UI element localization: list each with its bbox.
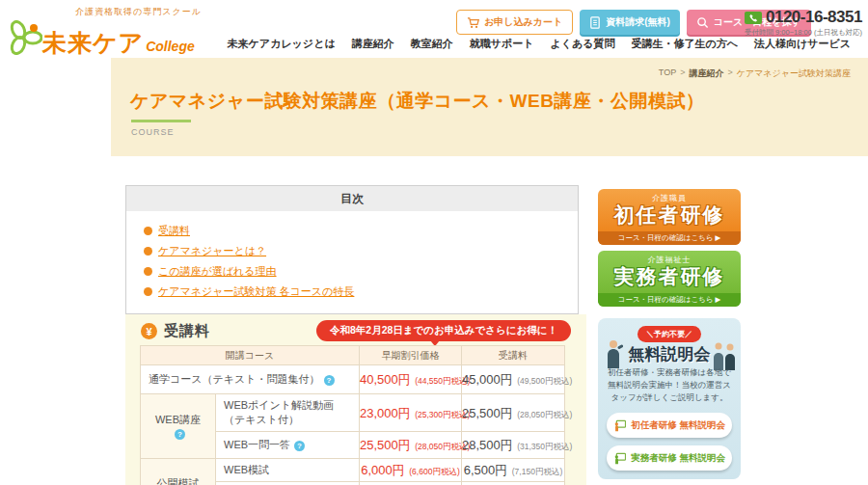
regular-price: 6,500円: [464, 463, 508, 477]
banner-title: 初任者研修: [598, 203, 741, 226]
fees-table: 開講コース 早期割引価格 受講料 通学コース（テキスト・問題集付） 40,500…: [140, 345, 565, 485]
practitioner-seminar-button[interactable]: 実務者研修 無料説明会: [607, 445, 732, 471]
nav-item-courses[interactable]: 講座紹介: [352, 37, 394, 51]
bullet-icon: [144, 227, 152, 235]
early-price: 25,500円: [360, 438, 411, 452]
beginner-seminar-button[interactable]: 初任者研修 無料説明会: [607, 413, 732, 438]
request-button-label: 資料請求(無料): [606, 15, 670, 29]
site-header: 介護資格取得の専門スクール 未来ケア College お申し込みカート 資料請求…: [0, 0, 868, 58]
fees-section: ¥ 受講料 令和8年2月28日までのお申込みでさらにお得に！ 開講コース 早期割…: [125, 314, 586, 485]
bullet-icon: [144, 267, 152, 276]
fees-table-header-row: 開講コース 早期割引価格 受講料: [141, 346, 565, 365]
table-row: 公開模試 WEB模試 6,000円 (6,600円税込) 6,500円 (7,1…: [141, 459, 565, 482]
main-nav: 未来ケアカレッジとは 講座紹介 教室紹介 就職サポート よくある質問 受講生・修…: [228, 37, 851, 51]
seminar-button-label: 初任者研修 無料説明会: [631, 419, 725, 432]
bullet-icon: [144, 247, 152, 256]
regular-price-tax: (31,350円税込): [517, 442, 572, 451]
cart-button[interactable]: お申し込みカート: [456, 10, 573, 35]
early-price: 6,000円: [361, 463, 405, 477]
course-name: WEB模試: [224, 464, 269, 475]
title-underline: [131, 120, 191, 122]
column-header-course: 開講コース: [141, 346, 360, 365]
phone-icon: [745, 12, 762, 24]
nav-item-about[interactable]: 未来ケアカレッジとは: [228, 37, 336, 51]
toc-item-fees[interactable]: 受講料: [144, 221, 560, 241]
banner-beginner-training[interactable]: 介護職員 初任者研修 コース・日程の確認はこちら ▶: [598, 189, 741, 245]
toc-link: 受講料: [158, 224, 190, 238]
free-seminar-box: ＼予約不要／ 無料説明会 初任者研修・実務者研修は各地で無料説明会実施中！当校の…: [598, 318, 741, 479]
table-row: WEB講座 WEBポイント解説動画（テキスト付） 23,000円 (25,300…: [141, 394, 565, 432]
banner-practitioner-training[interactable]: 介護福祉士 実務者研修 コース・日程の確認はこちら ▶: [598, 251, 741, 307]
early-price: 23,000円: [360, 406, 411, 420]
presentation-board-icon: [613, 418, 626, 433]
nav-item-job-support[interactable]: 就職サポート: [470, 37, 534, 51]
info-icon[interactable]: [324, 375, 335, 386]
course-name: WEB一問一答: [224, 439, 290, 450]
banner-subtitle: 介護福祉士: [598, 255, 741, 265]
phone-number: 0120-16-8351: [766, 8, 862, 27]
nav-item-students[interactable]: 受講生・修了生の方へ: [631, 37, 738, 51]
breadcrumb-section[interactable]: 講座紹介: [689, 67, 723, 80]
table-of-contents: 目次 受講料 ケアマネジャーとは？ この講座が選ばれる理由 ケアマネジャー試験対…: [125, 185, 579, 314]
site-logo[interactable]: 介護資格取得の専門スクール 未来ケア College: [8, 6, 202, 55]
logo-tagline: 介護資格取得の専門スクール: [75, 6, 202, 18]
banner-subtitle: 介護職員: [598, 193, 741, 203]
banner-title: 実務者研修: [598, 265, 741, 287]
regular-price: 45,000円: [462, 372, 513, 387]
seminar-title: 無料説明会: [598, 343, 741, 365]
nav-item-faq[interactable]: よくある質問: [550, 37, 614, 51]
course-group: WEB講座: [155, 414, 201, 425]
page-title-banner: TOP > 講座紹介 > ケアマネジャー試験対策講座 ケアマネジャー試験対策講座…: [111, 58, 868, 156]
page-title: ケアマネジャー試験対策講座（通学コース・WEB講座・公開模試）: [130, 89, 704, 114]
toc-item-why-chosen[interactable]: この講座が選ばれる理由: [144, 261, 560, 282]
breadcrumb-separator: >: [727, 67, 732, 80]
toc-item-course-features[interactable]: ケアマネジャー試験対策 各コースの特長: [144, 282, 560, 302]
page: 介護資格取得の専門スクール 未来ケア College お申し込みカート 資料請求…: [0, 0, 868, 485]
column-header-early-price: 早期割引価格: [360, 346, 462, 365]
seminar-button-label: 実務者研修 無料説明会: [631, 452, 725, 465]
regular-price-tax: (28,050円税込): [517, 410, 572, 419]
toc-link: ケアマネジャーとは？: [158, 244, 266, 258]
search-icon: [696, 16, 709, 29]
breadcrumb-separator: >: [680, 67, 685, 80]
toc-link: この講座が選ばれる理由: [158, 264, 277, 279]
nav-item-corporate[interactable]: 法人様向けサービス: [754, 37, 851, 51]
info-icon[interactable]: [294, 441, 305, 451]
course-group: 公開模試: [157, 477, 200, 485]
course-name: 通学コース（テキスト・問題集付）: [149, 373, 320, 385]
bullet-icon: [144, 287, 152, 296]
regular-price-tax: (7,150円税込): [512, 467, 562, 476]
phone-contact: 0120-16-8351 受付時間 9:00~18:00 (土日祝も対応): [745, 8, 862, 38]
nav-item-classrooms[interactable]: 教室紹介: [411, 37, 453, 51]
cart-icon: [467, 16, 479, 29]
breadcrumb: TOP > 講座紹介 > ケアマネジャー試験対策講座: [659, 67, 851, 80]
cart-button-label: お申し込みカート: [484, 15, 562, 29]
course-name: WEBポイント解説動画（テキスト付）: [224, 399, 334, 425]
regular-price: 28,500円: [462, 438, 513, 452]
yen-icon: ¥: [141, 323, 157, 339]
toc-item-what-is-caremanager[interactable]: ケアマネジャーとは？: [144, 241, 560, 261]
document-icon: [589, 16, 601, 29]
column-header-regular-price: 受講料: [462, 346, 565, 365]
early-price: 40,500円: [360, 372, 411, 387]
brand-name: 未来ケア: [42, 31, 144, 55]
breadcrumb-current: ケアマネジャー試験対策講座: [737, 67, 851, 80]
table-row: 通学コース（テキスト・問題集付） 40,500円 (44,550円税込) 45,…: [141, 365, 565, 394]
page-label: COURSE: [131, 127, 175, 137]
seminar-description: 初任者研修・実務者研修は各地で無料説明会実施中！当校の運営スタッフが詳しくご説明…: [608, 366, 731, 405]
regular-price-tax: (49,500円税込): [517, 376, 572, 386]
request-materials-button[interactable]: 資料請求(無料): [580, 10, 680, 35]
toc-title: 目次: [126, 186, 578, 211]
banner-link: コース・日程の確認はこちら ▶: [598, 293, 741, 307]
no-reservation-badge: ＼予約不要／: [637, 326, 701, 342]
early-discount-badge: 令和8年2月28日までのお申込みでさらにお得に！: [316, 320, 571, 341]
brand-suffix: College: [146, 39, 195, 55]
fees-heading: 受講料: [164, 322, 210, 340]
info-icon[interactable]: [175, 429, 185, 440]
flower-logo-icon: [8, 20, 42, 55]
presentation-board-icon: [613, 451, 626, 466]
breadcrumb-home[interactable]: TOP: [659, 67, 676, 80]
regular-price: 25,500円: [462, 406, 513, 420]
toc-link: ケアマネジャー試験対策 各コースの特長: [158, 284, 354, 299]
banner-link: コース・日程の確認はこちら ▶: [598, 231, 741, 245]
